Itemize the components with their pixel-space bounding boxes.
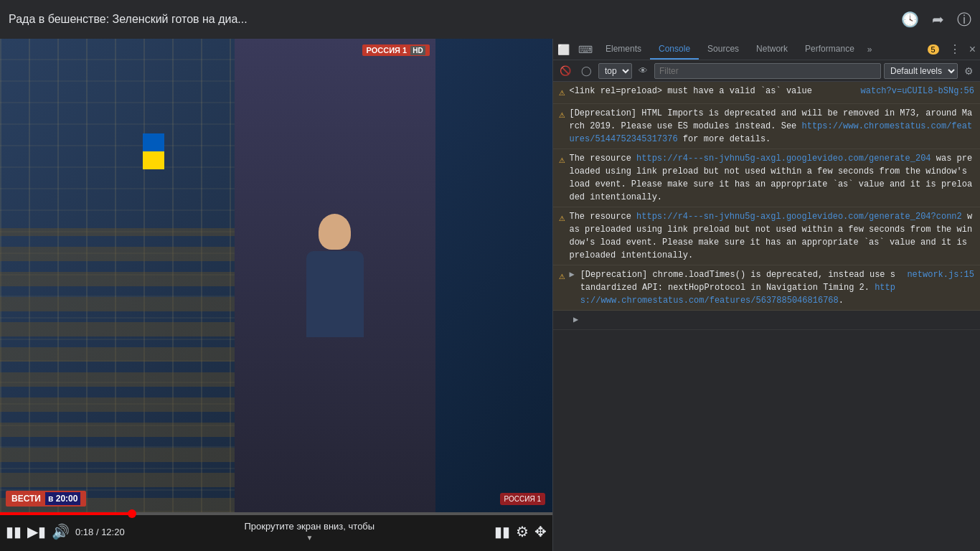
main-area: РОССИЯ 1 HD ВЕСТИ в 20:00 РОССИЯ 1 ▮▮ ▶▮ <box>0 39 980 551</box>
video-area: РОССИЯ 1 HD ВЕСТИ в 20:00 РОССИЯ 1 ▮▮ ▶▮ <box>0 39 552 551</box>
console-settings-icon[interactable]: ⚙ <box>961 64 977 78</box>
devtools-right-controls: 5 ⋮ × <box>925 42 980 56</box>
levels-selector[interactable]: Default levels <box>884 63 958 79</box>
top-bar-icons: 🕓 ➦ ⓘ <box>901 10 971 29</box>
console-msg-5: ⚠ ▶ [Deprecation] chrome.loadTimes() is … <box>553 265 980 311</box>
video-scene: РОССИЯ 1 HD <box>0 39 552 512</box>
right-controls: ▮▮ ⚙ ✥ <box>494 523 547 540</box>
time-display: 0:18 / 12:20 <box>75 527 125 537</box>
next-button[interactable]: ▶▮ <box>27 523 46 540</box>
video-title: Рада в бешенстве: Зеленский готов на диа… <box>9 13 894 26</box>
devtools-tabs: Elements Console Sources Network Perform… <box>597 39 863 60</box>
seats-grid <box>0 228 235 512</box>
context-selector[interactable]: top <box>598 63 632 79</box>
devtools-more-menu[interactable]: ⋮ <box>945 42 965 56</box>
preserve-log-button[interactable]: ◯ <box>578 64 595 77</box>
flag-blue <box>143 133 164 151</box>
play-pause-button[interactable]: ▮▮ <box>6 523 22 540</box>
scroll-arrow: ▼ <box>306 534 313 542</box>
warn-count-badge: 5 <box>928 44 939 55</box>
subtitles-button[interactable]: ▮▮ <box>494 523 510 540</box>
progress-bar-container[interactable] <box>0 512 552 515</box>
hd-badge: HD <box>410 46 425 55</box>
flag-yellow <box>143 151 164 169</box>
devtools-inspect-icon[interactable]: ⬜ <box>553 39 574 60</box>
presenter-figure <box>306 214 364 337</box>
console-expand-row: ▶ <box>553 311 980 330</box>
scene-parliament <box>0 39 235 512</box>
console-msg-3: ⚠ The resource https://r4---sn-jvhnu5g-a… <box>553 149 980 207</box>
tab-elements[interactable]: Elements <box>597 39 650 60</box>
video-container[interactable]: РОССИЯ 1 HD ВЕСТИ в 20:00 РОССИЯ 1 <box>0 39 552 512</box>
vesti-badge: ВЕСТИ в 20:00 <box>6 491 86 507</box>
bottom-logo: РОССИЯ 1 <box>500 493 545 505</box>
scene-presenter: РОССИЯ 1 HD <box>235 39 435 512</box>
clear-console-button[interactable]: 🚫 <box>556 64 575 77</box>
progress-fill[interactable] <box>0 512 133 515</box>
msg-location-5[interactable]: network.js:15 <box>901 268 974 281</box>
russia1-badge: РОССИЯ 1 HD <box>362 44 430 56</box>
tab-more-button[interactable]: » <box>863 44 877 55</box>
tab-network[interactable]: Network <box>748 39 796 60</box>
settings-button[interactable]: ⚙ <box>516 523 529 540</box>
vesti-time: в 20:00 <box>45 492 80 505</box>
eye-icon-button[interactable]: 👁 <box>635 64 651 77</box>
tab-console[interactable]: Console <box>650 39 699 60</box>
msg-location-1[interactable]: watch?v=uCUIL8-bSNg:56 <box>855 85 974 98</box>
warn-icon-5: ⚠ <box>559 269 565 284</box>
presenter-head <box>319 214 351 250</box>
presenter-body <box>306 251 364 337</box>
warn-icon-4: ⚠ <box>559 211 565 226</box>
tab-performance[interactable]: Performance <box>796 39 863 60</box>
volume-button[interactable]: 🔊 <box>52 523 70 540</box>
vesti-label: ВЕСТИ <box>11 494 41 504</box>
expand-more-arrow[interactable]: ▶ <box>559 314 578 326</box>
console-msg-2: ⚠ [Deprecation] HTML Imports is deprecat… <box>553 104 980 149</box>
devtools-console-bar: 🚫 ◯ top 👁 Default levels ⚙ <box>553 60 980 82</box>
console-msg-1: ⚠ <link rel=preload> must have a valid `… <box>553 82 980 104</box>
msg-text-3: The resource https://r4---sn-jvhnu5g-axg… <box>569 152 974 204</box>
controls-bar: ▮▮ ▶▮ 🔊 0:18 / 12:20 Прокрутите экран вн… <box>0 512 552 551</box>
expand-arrow-5[interactable]: ▶ <box>569 268 574 281</box>
msg-text-1: <link rel=preload> must have a valid `as… <box>569 85 850 98</box>
scroll-message: Прокрутите экран вниз, чтобы ▼ <box>131 521 489 542</box>
tab-sources[interactable]: Sources <box>699 39 748 60</box>
msg-text-5: [Deprecation] chrome.loadTimes() is depr… <box>580 268 897 307</box>
msg-text-2: [Deprecation] HTML Imports is deprecated… <box>569 107 974 146</box>
msg-text-4: The resource https://r4---sn-jvhnu5g-axg… <box>569 210 974 262</box>
warn-icon-3: ⚠ <box>559 153 565 168</box>
devtools-close-button[interactable]: × <box>965 43 980 56</box>
ukraine-flag <box>143 133 164 169</box>
console-messages: ⚠ <link rel=preload> must have a valid `… <box>553 82 980 551</box>
devtools-panel: ⬜ ⌨ Elements Console Sources Network Per… <box>552 39 980 551</box>
devtools-device-icon[interactable]: ⌨ <box>574 39 597 60</box>
console-msg-4: ⚠ The resource https://r4---sn-jvhnu5g-a… <box>553 207 980 265</box>
fullscreen-button[interactable]: ✥ <box>534 523 547 540</box>
share-icon[interactable]: ➦ <box>932 11 944 28</box>
info-icon[interactable]: ⓘ <box>957 10 971 29</box>
warn-icon-2: ⚠ <box>559 108 565 123</box>
clock-icon[interactable]: 🕓 <box>901 11 919 28</box>
top-bar: Рада в бешенстве: Зеленский готов на диа… <box>0 0 980 39</box>
devtools-toolbar: ⬜ ⌨ Elements Console Sources Network Per… <box>553 39 980 60</box>
scene-right-person <box>435 39 552 512</box>
filter-input[interactable] <box>654 63 881 79</box>
warn-icon-1: ⚠ <box>559 85 565 100</box>
